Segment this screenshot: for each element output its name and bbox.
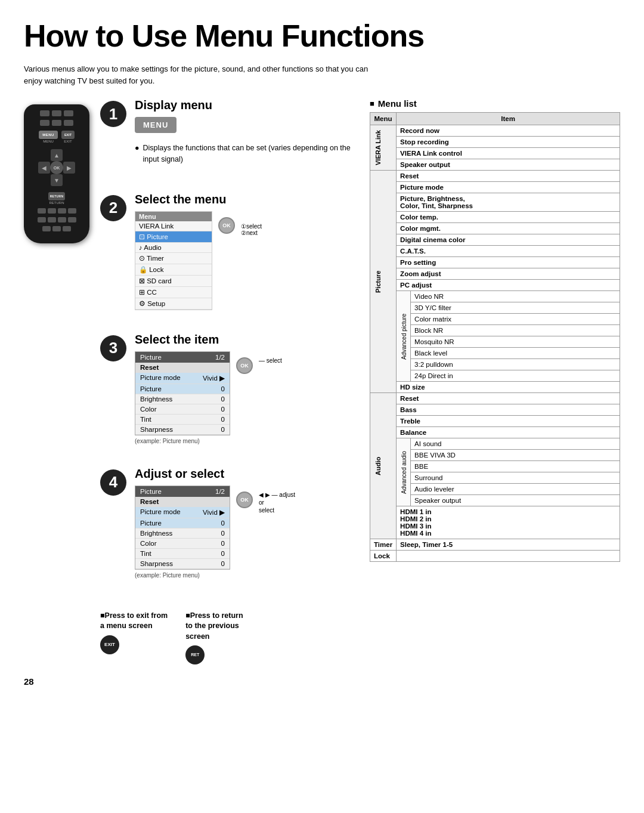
menu-item-sdcard[interactable]: ⊠ SD card: [135, 276, 212, 287]
table-row: Audio Reset: [370, 393, 620, 404]
table-row: Zoom adjust: [370, 268, 620, 280]
ok-circle-step3[interactable]: OK: [236, 357, 253, 374]
table-row: Timer Sleep, Timer 1-5: [370, 539, 620, 551]
audio-bbe-viva-3d: BBE VIVA 3D: [411, 450, 620, 461]
menu-item-audio[interactable]: ♪ Audio: [135, 243, 212, 253]
press-return-note: ■Press to returnto the previousscreen RE…: [185, 611, 243, 665]
picture-3d-yc-filter: 3D Y/C filter: [411, 302, 620, 314]
step-4-layout: Picture1/2 Reset Picture modeVivid ▶ Pic…: [135, 486, 358, 570]
ok-circle-step4[interactable]: OK: [236, 491, 253, 508]
step-4: 4 Adjust or select Picture1/2 Reset Pict…: [100, 467, 358, 579]
audio-leveler: Audio leveler: [411, 484, 620, 495]
table-row: Lock: [370, 551, 620, 562]
audio-treble: Treble: [397, 416, 620, 427]
dpad-up[interactable]: ▲: [51, 149, 63, 161]
col-menu: Menu: [370, 113, 397, 125]
picture-menu-picture[interactable]: Picture0: [135, 384, 230, 394]
step-1-title: Display menu: [135, 98, 358, 112]
picture-brightness-etc: Picture, Brightness,Color, Tint, Sharpne…: [397, 193, 620, 212]
step-3-number: 3: [100, 335, 126, 361]
picture-digital-cinema: Digital cinema color: [397, 234, 620, 246]
step4-example: (example: Picture menu): [135, 572, 358, 579]
picture-color-matrix: Color matrix: [411, 314, 620, 325]
table-row: Color mgmt.: [370, 223, 620, 234]
step-2-layout: Menu VIERA Link ⊡ Picture ♪ Audio ⊙ Time…: [135, 211, 358, 310]
picture-menu-tint-s4[interactable]: Tint0: [135, 549, 230, 559]
picture-menu-sharpness[interactable]: Sharpness0: [135, 425, 230, 435]
menu-item-cc[interactable]: ⊞ CC: [135, 287, 212, 298]
table-row: Picture mode: [370, 182, 620, 193]
step-3: 3 Select the item Picture1/2 Reset Pictu…: [100, 333, 358, 444]
table-row: C.A.T.S.: [370, 246, 620, 257]
step-2-title: Select the menu: [135, 193, 358, 206]
menu-item-lock[interactable]: 🔒 Lock: [135, 264, 212, 276]
picture-reset: Reset: [397, 171, 620, 182]
picture-pro-setting: Pro setting: [397, 257, 620, 268]
table-row: Pro setting: [370, 257, 620, 268]
picture-32-pulldown: 3:2 pulldown: [411, 359, 620, 370]
menu-item-vieralink[interactable]: VIERA Link: [135, 221, 212, 231]
picture-menu-reset-s4[interactable]: Reset: [135, 497, 230, 507]
picture-menu-mode-s4[interactable]: Picture modeVivid ▶: [135, 507, 230, 518]
press-return-text: ■Press to returnto the previousscreen: [185, 611, 243, 642]
step-4-content: Adjust or select Picture1/2 Reset Pictur…: [135, 467, 358, 579]
table-row: HD size: [370, 382, 620, 393]
picture-cell: Picture: [370, 171, 397, 393]
picture-color-mgmt: Color mgmt.: [397, 223, 620, 234]
table-row: Picture Reset: [370, 171, 620, 182]
exit-circle-btn[interactable]: EXIT: [100, 635, 119, 654]
picture-menu-color-s4[interactable]: Color0: [135, 539, 230, 549]
picture-color-temp: Color temp.: [397, 212, 620, 223]
picture-menu-reset[interactable]: Reset: [135, 363, 230, 373]
picture-menu-sharpness-s4[interactable]: Sharpness0: [135, 559, 230, 569]
press-exit-note: ■Press to exit froma menu screen EXIT: [100, 611, 168, 665]
timer-sleep: Sleep, Timer 1-5: [397, 539, 620, 551]
page-number: 28: [24, 676, 358, 687]
lock-cell: Lock: [370, 551, 397, 562]
picture-menu-brightness-s4[interactable]: Brightness0: [135, 528, 230, 539]
table-row: Speaker output: [370, 159, 620, 171]
step-3-layout: Picture1/2 Reset Picture modeVivid ▶ Pic…: [135, 351, 358, 435]
menu-button[interactable]: MENU: [39, 131, 58, 139]
menu-item-setup[interactable]: ⚙ Setup: [135, 298, 212, 310]
step-1-desc: ● Displays the functions that can be set…: [135, 143, 358, 165]
dpad-right[interactable]: ▶: [63, 162, 75, 174]
picture-menu-tint[interactable]: Tint0: [135, 415, 230, 425]
return-circle-btn[interactable]: RET: [185, 645, 205, 664]
picture-video-nr: Video NR: [411, 291, 620, 302]
exit-button[interactable]: EXIT: [61, 131, 75, 139]
table-row: Treble: [370, 416, 620, 427]
picture-menu-header-step3: Picture1/2: [135, 352, 230, 363]
adv-audio-cell: Advanced audio: [397, 438, 411, 506]
dpad-down[interactable]: ▼: [51, 174, 63, 186]
picture-menu-color[interactable]: Color0: [135, 404, 230, 415]
table-row: HDMI 1 inHDMI 2 inHDMI 3 inHDMI 4 in: [370, 506, 620, 539]
picture-hd-size: HD size: [397, 382, 620, 393]
picture-menu-brightness[interactable]: Brightness0: [135, 394, 230, 404]
picture-24p-direct-in: 24p Direct in: [411, 370, 620, 382]
audio-reset: Reset: [397, 393, 620, 404]
picture-pc-adjust: PC adjust: [397, 280, 620, 291]
picture-menu-mode[interactable]: Picture modeVivid ▶: [135, 373, 230, 384]
step4-arrow-annotations: ◀ ▶ — adjust or select: [259, 491, 295, 514]
step2-annotations: ①select ②next: [241, 211, 262, 248]
ok-button[interactable]: OK: [50, 161, 63, 174]
dpad-left[interactable]: ◀: [38, 162, 50, 174]
return-button[interactable]: RETURN: [48, 192, 65, 200]
audio-bbe: BBE: [411, 461, 620, 472]
ok-circle-step2[interactable]: OK: [218, 217, 235, 234]
col-item: Item: [397, 113, 620, 125]
table-row: Bass: [370, 404, 620, 416]
menu-item-picture[interactable]: ⊡ Picture: [135, 231, 212, 243]
table-row: Advanced picture Video NR: [370, 291, 620, 302]
picture-cats: C.A.T.S.: [397, 246, 620, 257]
viera-link-control: VIERA Link control: [397, 148, 620, 159]
menu-table: Menu Item VIERA Link Record now Stop rec…: [370, 112, 620, 562]
menu-display-btn[interactable]: MENU: [135, 117, 177, 133]
audio-bass: Bass: [397, 404, 620, 416]
menu-item-timer[interactable]: ⊙ Timer: [135, 253, 212, 264]
picture-zoom-adjust: Zoom adjust: [397, 268, 620, 280]
remote-control: MENU MENU EXIT EXIT ▲ ◀: [24, 104, 89, 243]
picture-menu-picture-s4[interactable]: Picture0: [135, 518, 230, 528]
viera-link-speaker: Speaker output: [397, 159, 620, 171]
